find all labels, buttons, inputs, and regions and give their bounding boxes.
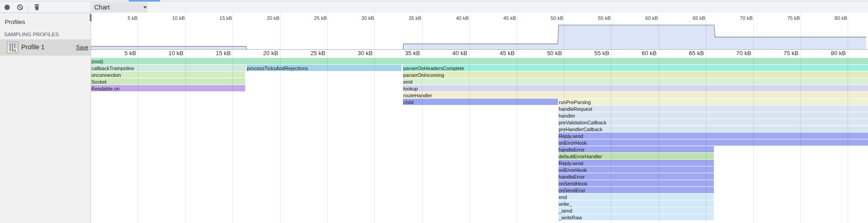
svg-text:%: % xyxy=(13,48,17,53)
